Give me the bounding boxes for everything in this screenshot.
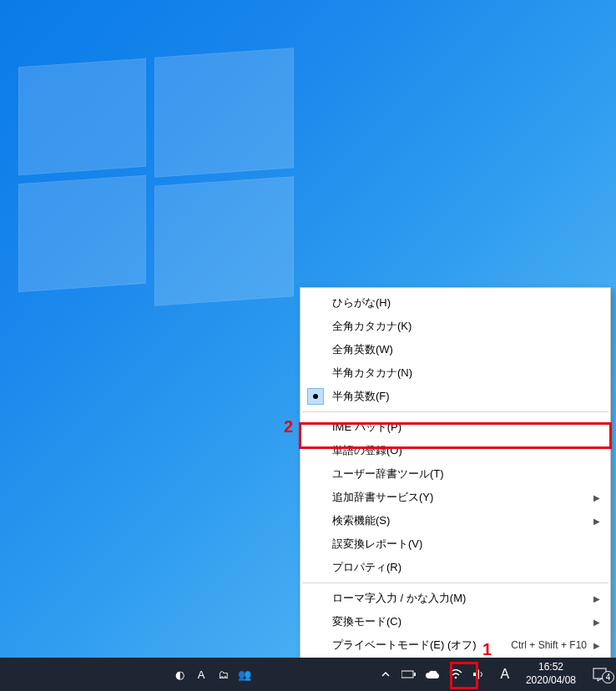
menu-item[interactable]: 追加辞書サービス(Y)▶ <box>300 486 610 509</box>
clock-date: 2020/04/08 <box>526 674 576 688</box>
menu-item[interactable]: ユーザー辞書ツール(T) <box>300 462 610 486</box>
menu-item-label: プライベートモード(E) (オフ) <box>332 638 477 653</box>
windows-logo <box>18 53 294 295</box>
menu-item-label: ユーザー辞書ツール(T) <box>332 467 444 482</box>
system-tray: A 16:52 2020/04/08 4 <box>374 658 616 691</box>
submenu-arrow-icon: ▶ <box>593 641 600 650</box>
menu-item-label: ひらがな(H) <box>332 295 391 310</box>
tray-chevron-up-icon[interactable] <box>374 658 397 691</box>
submenu-arrow-icon: ▶ <box>593 594 600 603</box>
menu-item-label: 半角カタカナ(N) <box>332 366 412 381</box>
tray-folder-icon[interactable]: 🗂 <box>215 666 231 683</box>
ime-context-menu: ひらがな(H)全角カタカナ(K)全角英数(W)半角カタカナ(N)半角英数(F)I… <box>300 287 611 691</box>
menu-item-label: 誤変換レポート(V) <box>332 537 422 552</box>
menu-item[interactable]: 半角英数(F) <box>300 385 610 408</box>
submenu-arrow-icon: ▶ <box>593 517 600 526</box>
menu-item[interactable]: 全角英数(W) <box>300 338 610 361</box>
action-center-icon[interactable]: 4 <box>583 668 616 682</box>
volume-icon[interactable] <box>467 658 491 691</box>
menu-item[interactable]: プライベートモード(E) (オフ)Ctrl + Shift + F10▶ <box>300 633 610 657</box>
submenu-arrow-icon: ▶ <box>593 493 600 502</box>
menu-shortcut: Ctrl + Shift + F10 <box>511 639 587 651</box>
clock-time: 16:52 <box>526 661 576 674</box>
tray-people-icon[interactable]: 👥 <box>236 666 253 683</box>
svg-point-2 <box>455 677 457 679</box>
svg-rect-0 <box>401 671 413 678</box>
radio-check-icon <box>307 388 324 405</box>
tray-app-icon[interactable]: ◐ <box>171 666 188 683</box>
desktop-wallpaper: ひらがな(H)全角カタカナ(K)全角英数(W)半角カタカナ(N)半角英数(F)I… <box>0 0 616 658</box>
menu-item[interactable]: 単語の登録(O) <box>300 439 610 462</box>
menu-item[interactable]: 変換モード(C)▶ <box>300 610 610 633</box>
menu-item-label: IME パッド(P) <box>332 420 401 435</box>
svg-rect-1 <box>414 673 416 676</box>
ime-mode-icon[interactable]: A <box>491 658 519 691</box>
menu-item-label: 検索機能(S) <box>332 513 390 528</box>
menu-separator <box>302 411 608 412</box>
taskbar: ◐ A 🗂 👥 A 16:52 2020/04/08 4 <box>0 658 616 691</box>
submenu-arrow-icon: ▶ <box>593 618 600 627</box>
menu-item-label: 全角カタカナ(K) <box>332 319 412 334</box>
notification-badge: 4 <box>602 671 614 683</box>
onedrive-icon[interactable] <box>421 658 444 691</box>
clock[interactable]: 16:52 2020/04/08 <box>519 661 583 687</box>
menu-item[interactable]: ひらがな(H) <box>300 291 610 315</box>
menu-item[interactable]: ローマ字入力 / かな入力(M)▶ <box>300 587 610 610</box>
menu-item[interactable]: 半角カタカナ(N) <box>300 361 610 385</box>
menu-item-label: ローマ字入力 / かな入力(M) <box>332 591 466 606</box>
menu-item-label: 単語の登録(O) <box>332 443 402 458</box>
menu-item[interactable]: 誤変換レポート(V) <box>300 532 610 556</box>
menu-item-label: プロパティ(R) <box>332 560 401 575</box>
annotation-2: 2 <box>284 417 293 436</box>
menu-item-label: 半角英数(F) <box>332 389 390 404</box>
menu-item[interactable]: 検索機能(S)▶ <box>300 509 610 532</box>
menu-item-label: 変換モード(C) <box>332 614 401 629</box>
menu-item-label: 全角英数(W) <box>332 342 393 357</box>
menu-separator <box>302 583 608 583</box>
wifi-icon[interactable] <box>444 658 467 691</box>
annotation-1: 1 <box>482 640 492 659</box>
menu-item[interactable]: IME パッド(P) <box>300 416 610 439</box>
menu-item[interactable]: 全角カタカナ(K) <box>300 315 610 338</box>
tray-ime-a-icon[interactable]: A <box>193 666 210 683</box>
menu-item-label: 追加辞書サービス(Y) <box>332 490 433 505</box>
battery-icon[interactable] <box>397 658 421 691</box>
menu-item[interactable]: プロパティ(R) <box>300 556 610 579</box>
